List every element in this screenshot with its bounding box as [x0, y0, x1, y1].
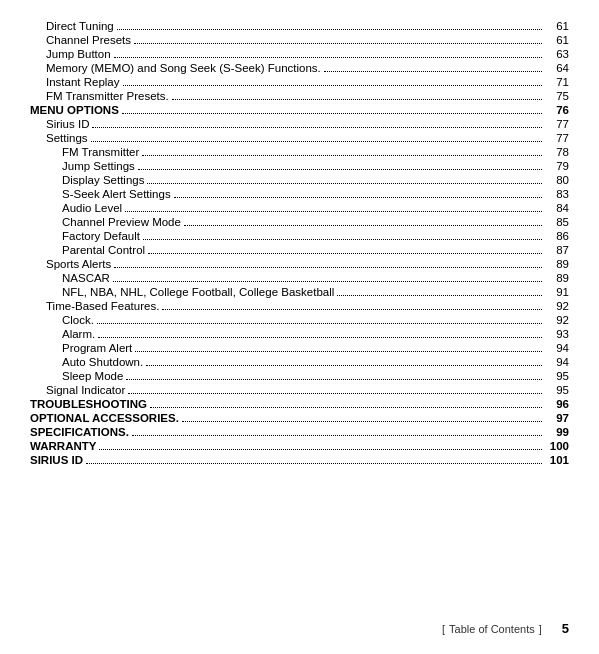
- toc-page: 61: [545, 34, 569, 46]
- toc-page: 101: [545, 454, 569, 466]
- toc-row: OPTIONAL ACCESSORIES.97: [30, 412, 569, 425]
- toc-label: Factory Default: [30, 230, 140, 242]
- toc-row: Display Settings80: [30, 174, 569, 187]
- toc-row: NASCAR89: [30, 272, 569, 285]
- toc-row: Alarm.93: [30, 328, 569, 341]
- toc-label: Direct Tuning: [30, 20, 114, 32]
- toc-row: FM Transmitter78: [30, 146, 569, 159]
- toc-page: 94: [545, 342, 569, 354]
- toc-dots: [92, 127, 542, 128]
- toc-row: Audio Level84: [30, 202, 569, 215]
- toc-row: SIRIUS ID101: [30, 454, 569, 467]
- toc-row: Factory Default86: [30, 230, 569, 243]
- toc-dots: [172, 99, 542, 100]
- toc-dots: [184, 225, 542, 226]
- toc-label: Settings: [30, 132, 88, 144]
- toc-row: Sports Alerts89: [30, 258, 569, 271]
- toc-label: SPECIFICATIONS.: [30, 426, 129, 438]
- toc-page: 78: [545, 146, 569, 158]
- toc-page: 61: [545, 20, 569, 32]
- toc-dots: [182, 421, 542, 422]
- toc-label: FM Transmitter Presets.: [30, 90, 169, 102]
- toc-dots: [113, 281, 542, 282]
- toc-row: Instant Replay71: [30, 76, 569, 89]
- toc-dots: [114, 267, 542, 268]
- toc-label: FM Transmitter: [30, 146, 139, 158]
- toc-row: Signal Indicator95: [30, 384, 569, 397]
- footer-page-number: 5: [562, 621, 569, 636]
- toc-label: Program Alert: [30, 342, 132, 354]
- toc-page: 93: [545, 328, 569, 340]
- toc-label: Clock.: [30, 314, 94, 326]
- toc-label: NASCAR: [30, 272, 110, 284]
- toc-label: OPTIONAL ACCESSORIES.: [30, 412, 179, 424]
- toc-label: NFL, NBA, NHL, College Football, College…: [30, 286, 334, 298]
- toc-page: 71: [545, 76, 569, 88]
- footer: [ Table of Contents ] 5: [0, 621, 599, 636]
- toc-page: 89: [545, 258, 569, 270]
- toc-row: TROUBLESHOOTING96: [30, 398, 569, 411]
- toc-dots: [128, 393, 542, 394]
- toc-page: 92: [545, 314, 569, 326]
- toc-row: Memory (MEMO) and Song Seek (S-Seek) Fun…: [30, 62, 569, 75]
- toc-label: Alarm.: [30, 328, 95, 340]
- toc-dots: [97, 323, 542, 324]
- footer-text: Table of Contents: [449, 623, 535, 635]
- toc-label: TROUBLESHOOTING: [30, 398, 147, 410]
- toc-page: 91: [545, 286, 569, 298]
- toc-label: Channel Preview Mode: [30, 216, 181, 228]
- toc-dots: [337, 295, 542, 296]
- toc-dots: [126, 379, 542, 380]
- toc-row: Clock.92: [30, 314, 569, 327]
- toc-label: WARRANTY: [30, 440, 96, 452]
- toc-row: Direct Tuning61: [30, 20, 569, 33]
- toc-page: 75: [545, 90, 569, 102]
- footer-bracket-close: ]: [539, 623, 542, 635]
- toc-page: 64: [545, 62, 569, 74]
- toc-dots: [98, 337, 542, 338]
- toc-dots: [117, 29, 542, 30]
- toc-label: SIRIUS ID: [30, 454, 83, 466]
- toc-page: 86: [545, 230, 569, 242]
- toc-dots: [142, 155, 542, 156]
- toc-dots: [132, 435, 542, 436]
- toc-row: Jump Button63: [30, 48, 569, 61]
- toc-dots: [174, 197, 542, 198]
- toc-label: Signal Indicator: [30, 384, 125, 396]
- toc-dots: [147, 183, 542, 184]
- toc-page: 80: [545, 174, 569, 186]
- toc-row: NFL, NBA, NHL, College Football, College…: [30, 286, 569, 299]
- toc-label: Memory (MEMO) and Song Seek (S-Seek) Fun…: [30, 62, 321, 74]
- toc-page: 94: [545, 356, 569, 368]
- toc-label: Auto Shutdown.: [30, 356, 143, 368]
- toc-page: 87: [545, 244, 569, 256]
- toc-label: Time-Based Features.: [30, 300, 159, 312]
- toc-dots: [143, 239, 542, 240]
- toc-dots: [146, 365, 542, 366]
- toc-page: 95: [545, 370, 569, 382]
- toc-row: Channel Preview Mode85: [30, 216, 569, 229]
- toc-label: Display Settings: [30, 174, 144, 186]
- footer-bracket-open: [: [442, 623, 445, 635]
- toc-row: Sirius ID77: [30, 118, 569, 131]
- toc-row: Sleep Mode95: [30, 370, 569, 383]
- toc-label: Jump Button: [30, 48, 111, 60]
- toc-dots: [125, 211, 542, 212]
- toc-page: 63: [545, 48, 569, 60]
- toc-page: 89: [545, 272, 569, 284]
- toc-page: 77: [545, 118, 569, 130]
- toc-row: Jump Settings79: [30, 160, 569, 173]
- toc-row: Auto Shutdown.94: [30, 356, 569, 369]
- toc-label: Parental Control: [30, 244, 145, 256]
- toc-page: 76: [545, 104, 569, 116]
- toc-row: MENU OPTIONS76: [30, 104, 569, 117]
- toc-page: 83: [545, 188, 569, 200]
- toc-row: Parental Control87: [30, 244, 569, 257]
- toc-row: Program Alert94: [30, 342, 569, 355]
- toc-row: Settings77: [30, 132, 569, 145]
- toc-dots: [148, 253, 542, 254]
- toc-row: Time-Based Features.92: [30, 300, 569, 313]
- toc-label: Sleep Mode: [30, 370, 123, 382]
- toc-dots: [138, 169, 542, 170]
- toc-label: Instant Replay: [30, 76, 120, 88]
